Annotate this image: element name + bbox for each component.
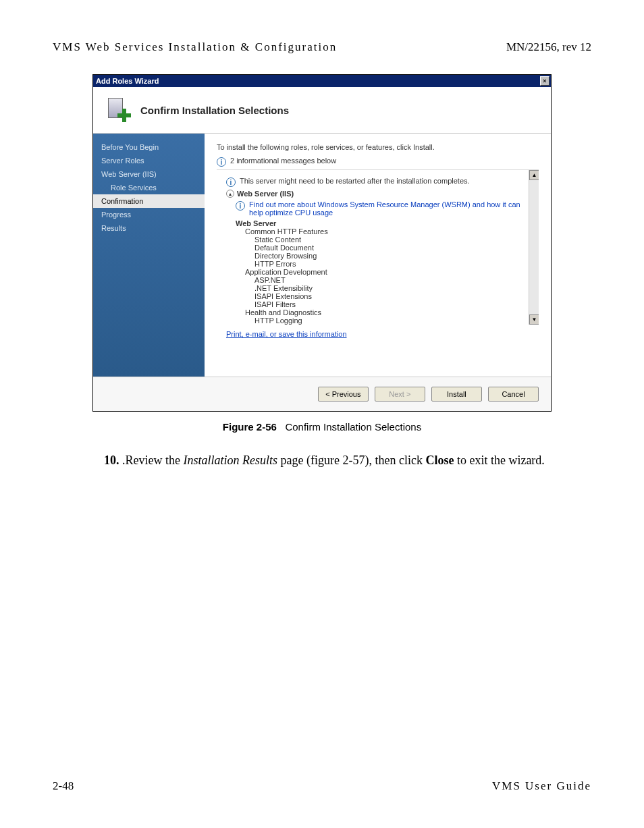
page-footer: 2-48 VMS User Guide <box>0 779 644 793</box>
next-button: Next > <box>375 387 425 402</box>
step-10: 10. .Review the Installation Results pag… <box>104 451 564 469</box>
step-text: page (figure 2-57), then click <box>277 453 425 467</box>
tree-item: ISAPI Extensions <box>254 292 528 300</box>
tree-web-server: Web Server <box>236 219 528 227</box>
step-bold: Close <box>425 453 454 467</box>
cancel-button[interactable]: Cancel <box>488 387 539 402</box>
info-icon: i <box>236 201 245 211</box>
banner-title: Confirm Installation Selections <box>140 105 289 116</box>
collapse-icon[interactable]: ▴ <box>226 190 234 198</box>
scroll-down-icon[interactable]: ▼ <box>529 314 539 325</box>
wizard-sidebar: Before You Begin Server Roles Web Server… <box>93 134 205 377</box>
info-count-text: 2 informational messages below <box>230 157 336 165</box>
features-tree: Web Server Common HTTP Features Static C… <box>236 219 528 325</box>
sidebar-item-server-roles[interactable]: Server Roles <box>93 154 205 167</box>
doc-title: VMS Web Services Installation & Configur… <box>53 40 337 54</box>
page-number: 2-48 <box>53 779 74 793</box>
info-icon: i <box>226 177 236 187</box>
wsrm-link[interactable]: Find out more about Windows System Resou… <box>249 200 528 217</box>
role-heading-row: ▴ Web Server (IIS) <box>226 190 528 198</box>
wsrm-link-row: i Find out more about Windows System Res… <box>236 200 528 217</box>
tree-group: Health and Diagnostics <box>245 308 528 316</box>
step-text: .Review the <box>119 453 184 467</box>
figure-text: Confirm Installation Selections <box>285 421 421 433</box>
wizard-content: To install the following roles, role ser… <box>205 134 551 377</box>
tree-group: Application Development <box>245 268 528 276</box>
banner: Confirm Installation Selections <box>93 87 551 134</box>
close-icon[interactable]: × <box>540 76 549 86</box>
previous-button[interactable]: < Previous <box>318 387 369 402</box>
step-text: to exit the wizard. <box>454 453 544 467</box>
tree-item: ASP.NET <box>254 276 528 284</box>
titlebar: Add Roles Wizard × <box>93 75 551 87</box>
role-heading: Web Server (IIS) <box>237 190 294 198</box>
sidebar-item-before-you-begin[interactable]: Before You Begin <box>93 140 205 154</box>
info-count-row: i 2 informational messages below <box>217 157 539 167</box>
titlebar-text: Add Roles Wizard <box>96 77 159 85</box>
page-header: VMS Web Services Installation & Configur… <box>0 0 644 61</box>
step-number: 10. <box>104 453 119 467</box>
info-icon: i <box>217 157 226 167</box>
scrollbar[interactable]: ▲ ▼ <box>529 170 539 325</box>
sidebar-item-role-services[interactable]: Role Services <box>93 181 205 194</box>
doc-rev: MN/22156, rev 12 <box>506 40 591 54</box>
tree-group: Common HTTP Features <box>245 227 528 236</box>
tree-item: Static Content <box>254 236 528 244</box>
restart-warning-row: i This server might need to be restarted… <box>226 177 528 187</box>
tree-item: HTTP Errors <box>254 260 528 268</box>
step-ital: Installation Results <box>183 453 277 467</box>
sidebar-item-confirmation[interactable]: Confirmation <box>93 194 205 208</box>
sidebar-item-results[interactable]: Results <box>93 221 205 235</box>
tree-item: HTTP Logging <box>254 316 528 325</box>
figure-label: Figure 2-56 <box>223 421 277 433</box>
sidebar-item-web-server-iis[interactable]: Web Server (IIS) <box>93 167 205 181</box>
sidebar-item-progress[interactable]: Progress <box>93 208 205 221</box>
add-roles-wizard-window: Add Roles Wizard × Confirm Installation … <box>92 74 552 412</box>
scroll-up-icon[interactable]: ▲ <box>529 170 539 180</box>
wizard-buttons: < Previous Next > Install Cancel <box>93 377 551 411</box>
tree-item: ISAPI Filters <box>254 300 528 308</box>
footer-title: VMS User Guide <box>492 779 591 793</box>
intro-text: To install the following roles, role ser… <box>217 143 539 151</box>
tree-item: Directory Browsing <box>254 252 528 260</box>
print-save-link[interactable]: Print, e-mail, or save this information <box>226 330 347 338</box>
figure-caption: Figure 2-56 Confirm Installation Selecti… <box>0 421 644 433</box>
restart-warning-text: This server might need to be restarted a… <box>240 177 470 185</box>
banner-server-icon <box>105 96 132 123</box>
selection-scrollbox: i This server might need to be restarted… <box>217 169 539 325</box>
install-button[interactable]: Install <box>431 387 482 402</box>
tree-item: .NET Extensibility <box>254 284 528 292</box>
tree-item: Default Document <box>254 244 528 252</box>
